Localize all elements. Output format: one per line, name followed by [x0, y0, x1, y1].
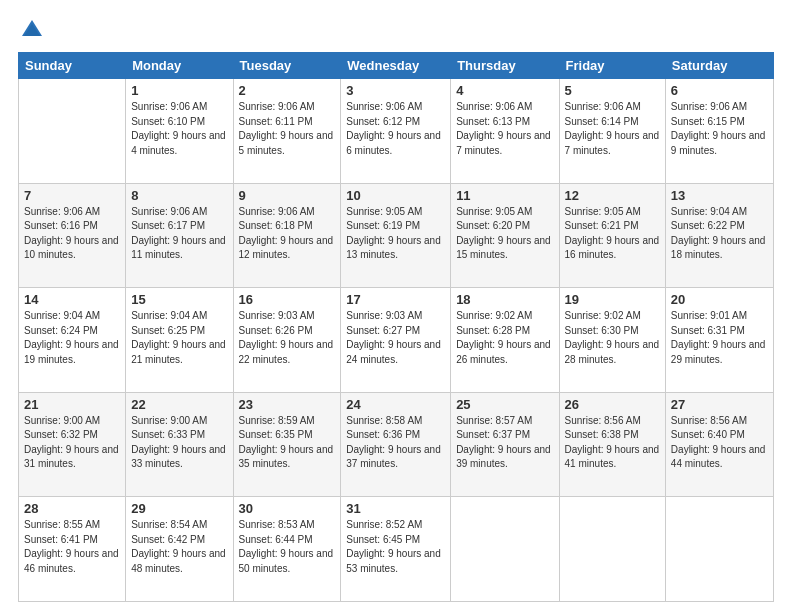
weekday-header-row: SundayMondayTuesdayWednesdayThursdayFrid…	[19, 53, 774, 79]
day-number: 22	[131, 397, 227, 412]
day-number: 28	[24, 501, 120, 516]
day-cell: 28Sunrise: 8:55 AMSunset: 6:41 PMDayligh…	[19, 497, 126, 602]
day-info: Sunrise: 8:56 AMSunset: 6:38 PMDaylight:…	[565, 414, 660, 472]
day-cell: 29Sunrise: 8:54 AMSunset: 6:42 PMDayligh…	[126, 497, 233, 602]
day-number: 18	[456, 292, 553, 307]
weekday-header-thursday: Thursday	[451, 53, 559, 79]
calendar-table: SundayMondayTuesdayWednesdayThursdayFrid…	[18, 52, 774, 602]
day-cell: 8Sunrise: 9:06 AMSunset: 6:17 PMDaylight…	[126, 183, 233, 288]
day-info: Sunrise: 9:01 AMSunset: 6:31 PMDaylight:…	[671, 309, 768, 367]
week-row-4: 21Sunrise: 9:00 AMSunset: 6:32 PMDayligh…	[19, 392, 774, 497]
day-info: Sunrise: 9:06 AMSunset: 6:17 PMDaylight:…	[131, 205, 227, 263]
day-number: 8	[131, 188, 227, 203]
day-number: 13	[671, 188, 768, 203]
day-cell: 24Sunrise: 8:58 AMSunset: 6:36 PMDayligh…	[341, 392, 451, 497]
day-info: Sunrise: 9:06 AMSunset: 6:13 PMDaylight:…	[456, 100, 553, 158]
day-cell: 18Sunrise: 9:02 AMSunset: 6:28 PMDayligh…	[451, 288, 559, 393]
day-cell: 4Sunrise: 9:06 AMSunset: 6:13 PMDaylight…	[451, 79, 559, 184]
day-cell: 6Sunrise: 9:06 AMSunset: 6:15 PMDaylight…	[665, 79, 773, 184]
day-number: 29	[131, 501, 227, 516]
day-cell: 20Sunrise: 9:01 AMSunset: 6:31 PMDayligh…	[665, 288, 773, 393]
day-cell	[451, 497, 559, 602]
day-cell: 1Sunrise: 9:06 AMSunset: 6:10 PMDaylight…	[126, 79, 233, 184]
day-info: Sunrise: 8:55 AMSunset: 6:41 PMDaylight:…	[24, 518, 120, 576]
day-info: Sunrise: 9:05 AMSunset: 6:20 PMDaylight:…	[456, 205, 553, 263]
calendar-page: SundayMondayTuesdayWednesdayThursdayFrid…	[0, 0, 792, 612]
day-cell: 27Sunrise: 8:56 AMSunset: 6:40 PMDayligh…	[665, 392, 773, 497]
day-info: Sunrise: 9:04 AMSunset: 6:24 PMDaylight:…	[24, 309, 120, 367]
day-info: Sunrise: 9:06 AMSunset: 6:14 PMDaylight:…	[565, 100, 660, 158]
week-row-2: 7Sunrise: 9:06 AMSunset: 6:16 PMDaylight…	[19, 183, 774, 288]
weekday-header-tuesday: Tuesday	[233, 53, 341, 79]
logo	[18, 16, 50, 44]
day-cell: 10Sunrise: 9:05 AMSunset: 6:19 PMDayligh…	[341, 183, 451, 288]
day-info: Sunrise: 8:56 AMSunset: 6:40 PMDaylight:…	[671, 414, 768, 472]
day-number: 25	[456, 397, 553, 412]
day-cell: 11Sunrise: 9:05 AMSunset: 6:20 PMDayligh…	[451, 183, 559, 288]
day-info: Sunrise: 9:00 AMSunset: 6:32 PMDaylight:…	[24, 414, 120, 472]
day-info: Sunrise: 9:06 AMSunset: 6:16 PMDaylight:…	[24, 205, 120, 263]
day-number: 30	[239, 501, 336, 516]
day-info: Sunrise: 9:06 AMSunset: 6:12 PMDaylight:…	[346, 100, 445, 158]
day-number: 6	[671, 83, 768, 98]
day-number: 5	[565, 83, 660, 98]
day-cell: 23Sunrise: 8:59 AMSunset: 6:35 PMDayligh…	[233, 392, 341, 497]
logo-icon	[18, 16, 46, 44]
day-cell: 14Sunrise: 9:04 AMSunset: 6:24 PMDayligh…	[19, 288, 126, 393]
day-number: 26	[565, 397, 660, 412]
day-cell: 19Sunrise: 9:02 AMSunset: 6:30 PMDayligh…	[559, 288, 665, 393]
day-info: Sunrise: 9:04 AMSunset: 6:22 PMDaylight:…	[671, 205, 768, 263]
day-cell: 22Sunrise: 9:00 AMSunset: 6:33 PMDayligh…	[126, 392, 233, 497]
weekday-header-friday: Friday	[559, 53, 665, 79]
day-info: Sunrise: 9:04 AMSunset: 6:25 PMDaylight:…	[131, 309, 227, 367]
day-cell	[559, 497, 665, 602]
day-number: 3	[346, 83, 445, 98]
day-number: 12	[565, 188, 660, 203]
day-info: Sunrise: 9:03 AMSunset: 6:27 PMDaylight:…	[346, 309, 445, 367]
day-cell: 7Sunrise: 9:06 AMSunset: 6:16 PMDaylight…	[19, 183, 126, 288]
day-cell: 30Sunrise: 8:53 AMSunset: 6:44 PMDayligh…	[233, 497, 341, 602]
day-info: Sunrise: 8:57 AMSunset: 6:37 PMDaylight:…	[456, 414, 553, 472]
day-number: 19	[565, 292, 660, 307]
week-row-1: 1Sunrise: 9:06 AMSunset: 6:10 PMDaylight…	[19, 79, 774, 184]
day-number: 7	[24, 188, 120, 203]
day-number: 20	[671, 292, 768, 307]
day-info: Sunrise: 9:02 AMSunset: 6:30 PMDaylight:…	[565, 309, 660, 367]
day-number: 15	[131, 292, 227, 307]
week-row-3: 14Sunrise: 9:04 AMSunset: 6:24 PMDayligh…	[19, 288, 774, 393]
day-number: 23	[239, 397, 336, 412]
day-number: 1	[131, 83, 227, 98]
week-row-5: 28Sunrise: 8:55 AMSunset: 6:41 PMDayligh…	[19, 497, 774, 602]
day-number: 10	[346, 188, 445, 203]
day-cell: 16Sunrise: 9:03 AMSunset: 6:26 PMDayligh…	[233, 288, 341, 393]
day-number: 31	[346, 501, 445, 516]
day-cell: 25Sunrise: 8:57 AMSunset: 6:37 PMDayligh…	[451, 392, 559, 497]
weekday-header-monday: Monday	[126, 53, 233, 79]
day-number: 21	[24, 397, 120, 412]
day-info: Sunrise: 9:03 AMSunset: 6:26 PMDaylight:…	[239, 309, 336, 367]
day-info: Sunrise: 9:06 AMSunset: 6:18 PMDaylight:…	[239, 205, 336, 263]
day-cell	[665, 497, 773, 602]
day-cell: 26Sunrise: 8:56 AMSunset: 6:38 PMDayligh…	[559, 392, 665, 497]
day-number: 14	[24, 292, 120, 307]
weekday-header-wednesday: Wednesday	[341, 53, 451, 79]
day-number: 4	[456, 83, 553, 98]
day-number: 17	[346, 292, 445, 307]
day-info: Sunrise: 8:54 AMSunset: 6:42 PMDaylight:…	[131, 518, 227, 576]
day-info: Sunrise: 9:06 AMSunset: 6:11 PMDaylight:…	[239, 100, 336, 158]
day-cell: 2Sunrise: 9:06 AMSunset: 6:11 PMDaylight…	[233, 79, 341, 184]
day-cell: 12Sunrise: 9:05 AMSunset: 6:21 PMDayligh…	[559, 183, 665, 288]
day-info: Sunrise: 8:52 AMSunset: 6:45 PMDaylight:…	[346, 518, 445, 576]
day-number: 9	[239, 188, 336, 203]
day-cell: 3Sunrise: 9:06 AMSunset: 6:12 PMDaylight…	[341, 79, 451, 184]
day-number: 27	[671, 397, 768, 412]
weekday-header-saturday: Saturday	[665, 53, 773, 79]
day-cell: 5Sunrise: 9:06 AMSunset: 6:14 PMDaylight…	[559, 79, 665, 184]
day-info: Sunrise: 9:06 AMSunset: 6:15 PMDaylight:…	[671, 100, 768, 158]
page-header	[18, 16, 774, 44]
day-info: Sunrise: 9:02 AMSunset: 6:28 PMDaylight:…	[456, 309, 553, 367]
day-number: 16	[239, 292, 336, 307]
day-cell: 21Sunrise: 9:00 AMSunset: 6:32 PMDayligh…	[19, 392, 126, 497]
day-number: 11	[456, 188, 553, 203]
day-info: Sunrise: 8:59 AMSunset: 6:35 PMDaylight:…	[239, 414, 336, 472]
